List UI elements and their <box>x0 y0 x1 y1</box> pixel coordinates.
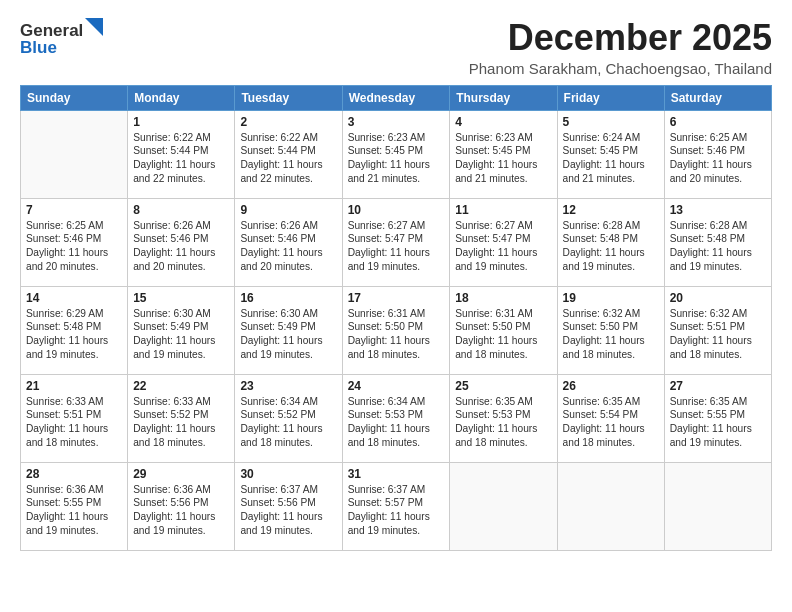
day-info: Sunrise: 6:23 AMSunset: 5:45 PMDaylight:… <box>455 131 551 186</box>
calendar-cell-w5-d2: 29Sunrise: 6:36 AMSunset: 5:56 PMDayligh… <box>128 462 235 550</box>
calendar-cell-w4-d1: 21Sunrise: 6:33 AMSunset: 5:51 PMDayligh… <box>21 374 128 462</box>
header: General Blue December 2025 Phanom Sarakh… <box>20 18 772 77</box>
day-number: 3 <box>348 115 445 129</box>
header-friday: Friday <box>557 85 664 110</box>
day-number: 4 <box>455 115 551 129</box>
calendar-cell-w1-d6: 5Sunrise: 6:24 AMSunset: 5:45 PMDaylight… <box>557 110 664 198</box>
calendar-cell-w3-d2: 15Sunrise: 6:30 AMSunset: 5:49 PMDayligh… <box>128 286 235 374</box>
calendar-cell-w2-d2: 8Sunrise: 6:26 AMSunset: 5:46 PMDaylight… <box>128 198 235 286</box>
calendar-cell-w1-d7: 6Sunrise: 6:25 AMSunset: 5:46 PMDaylight… <box>664 110 771 198</box>
day-number: 15 <box>133 291 229 305</box>
day-number: 12 <box>563 203 659 217</box>
day-number: 18 <box>455 291 551 305</box>
calendar-week-1: 1Sunrise: 6:22 AMSunset: 5:44 PMDaylight… <box>21 110 772 198</box>
day-info: Sunrise: 6:31 AMSunset: 5:50 PMDaylight:… <box>348 307 445 362</box>
calendar-cell-w5-d3: 30Sunrise: 6:37 AMSunset: 5:56 PMDayligh… <box>235 462 342 550</box>
day-number: 23 <box>240 379 336 393</box>
day-number: 2 <box>240 115 336 129</box>
title-block: December 2025 Phanom Sarakham, Chachoeng… <box>469 18 772 77</box>
day-number: 10 <box>348 203 445 217</box>
day-number: 27 <box>670 379 766 393</box>
calendar-cell-w1-d4: 3Sunrise: 6:23 AMSunset: 5:45 PMDaylight… <box>342 110 450 198</box>
calendar-cell-w5-d5 <box>450 462 557 550</box>
calendar-cell-w2-d4: 10Sunrise: 6:27 AMSunset: 5:47 PMDayligh… <box>342 198 450 286</box>
calendar-cell-w4-d5: 25Sunrise: 6:35 AMSunset: 5:53 PMDayligh… <box>450 374 557 462</box>
calendar-week-2: 7Sunrise: 6:25 AMSunset: 5:46 PMDaylight… <box>21 198 772 286</box>
calendar-cell-w4-d4: 24Sunrise: 6:34 AMSunset: 5:53 PMDayligh… <box>342 374 450 462</box>
calendar-cell-w4-d3: 23Sunrise: 6:34 AMSunset: 5:52 PMDayligh… <box>235 374 342 462</box>
day-number: 11 <box>455 203 551 217</box>
day-info: Sunrise: 6:37 AMSunset: 5:56 PMDaylight:… <box>240 483 336 538</box>
day-number: 22 <box>133 379 229 393</box>
day-number: 13 <box>670 203 766 217</box>
day-info: Sunrise: 6:37 AMSunset: 5:57 PMDaylight:… <box>348 483 445 538</box>
calendar-cell-w1-d5: 4Sunrise: 6:23 AMSunset: 5:45 PMDaylight… <box>450 110 557 198</box>
day-info: Sunrise: 6:24 AMSunset: 5:45 PMDaylight:… <box>563 131 659 186</box>
day-info: Sunrise: 6:36 AMSunset: 5:56 PMDaylight:… <box>133 483 229 538</box>
calendar-week-4: 21Sunrise: 6:33 AMSunset: 5:51 PMDayligh… <box>21 374 772 462</box>
day-info: Sunrise: 6:30 AMSunset: 5:49 PMDaylight:… <box>133 307 229 362</box>
day-info: Sunrise: 6:30 AMSunset: 5:49 PMDaylight:… <box>240 307 336 362</box>
calendar-cell-w5-d6 <box>557 462 664 550</box>
day-number: 9 <box>240 203 336 217</box>
calendar-cell-w1-d3: 2Sunrise: 6:22 AMSunset: 5:44 PMDaylight… <box>235 110 342 198</box>
day-info: Sunrise: 6:22 AMSunset: 5:44 PMDaylight:… <box>240 131 336 186</box>
day-info: Sunrise: 6:26 AMSunset: 5:46 PMDaylight:… <box>133 219 229 274</box>
day-number: 29 <box>133 467 229 481</box>
calendar-header-row: SundayMondayTuesdayWednesdayThursdayFrid… <box>21 85 772 110</box>
day-number: 24 <box>348 379 445 393</box>
day-info: Sunrise: 6:31 AMSunset: 5:50 PMDaylight:… <box>455 307 551 362</box>
header-tuesday: Tuesday <box>235 85 342 110</box>
calendar-cell-w3-d3: 16Sunrise: 6:30 AMSunset: 5:49 PMDayligh… <box>235 286 342 374</box>
day-number: 21 <box>26 379 122 393</box>
day-info: Sunrise: 6:33 AMSunset: 5:52 PMDaylight:… <box>133 395 229 450</box>
calendar-cell-w3-d1: 14Sunrise: 6:29 AMSunset: 5:48 PMDayligh… <box>21 286 128 374</box>
day-info: Sunrise: 6:35 AMSunset: 5:54 PMDaylight:… <box>563 395 659 450</box>
day-info: Sunrise: 6:27 AMSunset: 5:47 PMDaylight:… <box>455 219 551 274</box>
day-info: Sunrise: 6:25 AMSunset: 5:46 PMDaylight:… <box>26 219 122 274</box>
logo-blue: Blue <box>20 38 57 57</box>
day-number: 16 <box>240 291 336 305</box>
header-wednesday: Wednesday <box>342 85 450 110</box>
calendar-cell-w2-d7: 13Sunrise: 6:28 AMSunset: 5:48 PMDayligh… <box>664 198 771 286</box>
day-number: 25 <box>455 379 551 393</box>
header-sunday: Sunday <box>21 85 128 110</box>
day-info: Sunrise: 6:29 AMSunset: 5:48 PMDaylight:… <box>26 307 122 362</box>
day-info: Sunrise: 6:32 AMSunset: 5:50 PMDaylight:… <box>563 307 659 362</box>
subtitle: Phanom Sarakham, Chachoengsao, Thailand <box>469 60 772 77</box>
calendar-cell-w3-d5: 18Sunrise: 6:31 AMSunset: 5:50 PMDayligh… <box>450 286 557 374</box>
day-info: Sunrise: 6:22 AMSunset: 5:44 PMDaylight:… <box>133 131 229 186</box>
day-number: 1 <box>133 115 229 129</box>
calendar-week-3: 14Sunrise: 6:29 AMSunset: 5:48 PMDayligh… <box>21 286 772 374</box>
day-number: 7 <box>26 203 122 217</box>
svg-marker-0 <box>85 18 103 36</box>
day-number: 28 <box>26 467 122 481</box>
day-info: Sunrise: 6:32 AMSunset: 5:51 PMDaylight:… <box>670 307 766 362</box>
calendar-week-5: 28Sunrise: 6:36 AMSunset: 5:55 PMDayligh… <box>21 462 772 550</box>
day-info: Sunrise: 6:25 AMSunset: 5:46 PMDaylight:… <box>670 131 766 186</box>
day-info: Sunrise: 6:26 AMSunset: 5:46 PMDaylight:… <box>240 219 336 274</box>
day-number: 20 <box>670 291 766 305</box>
logo: General Blue <box>20 18 103 56</box>
calendar-cell-w4-d2: 22Sunrise: 6:33 AMSunset: 5:52 PMDayligh… <box>128 374 235 462</box>
day-info: Sunrise: 6:33 AMSunset: 5:51 PMDaylight:… <box>26 395 122 450</box>
calendar-cell-w5-d7 <box>664 462 771 550</box>
day-number: 26 <box>563 379 659 393</box>
calendar-cell-w1-d2: 1Sunrise: 6:22 AMSunset: 5:44 PMDaylight… <box>128 110 235 198</box>
calendar-cell-w2-d3: 9Sunrise: 6:26 AMSunset: 5:46 PMDaylight… <box>235 198 342 286</box>
day-number: 5 <box>563 115 659 129</box>
day-info: Sunrise: 6:34 AMSunset: 5:53 PMDaylight:… <box>348 395 445 450</box>
day-info: Sunrise: 6:28 AMSunset: 5:48 PMDaylight:… <box>670 219 766 274</box>
calendar-cell-w1-d1 <box>21 110 128 198</box>
calendar-cell-w2-d5: 11Sunrise: 6:27 AMSunset: 5:47 PMDayligh… <box>450 198 557 286</box>
calendar-cell-w2-d6: 12Sunrise: 6:28 AMSunset: 5:48 PMDayligh… <box>557 198 664 286</box>
month-title: December 2025 <box>469 18 772 58</box>
day-number: 14 <box>26 291 122 305</box>
day-number: 30 <box>240 467 336 481</box>
header-saturday: Saturday <box>664 85 771 110</box>
day-number: 19 <box>563 291 659 305</box>
calendar-cell-w3-d4: 17Sunrise: 6:31 AMSunset: 5:50 PMDayligh… <box>342 286 450 374</box>
day-info: Sunrise: 6:27 AMSunset: 5:47 PMDaylight:… <box>348 219 445 274</box>
calendar-body: 1Sunrise: 6:22 AMSunset: 5:44 PMDaylight… <box>21 110 772 550</box>
day-info: Sunrise: 6:23 AMSunset: 5:45 PMDaylight:… <box>348 131 445 186</box>
